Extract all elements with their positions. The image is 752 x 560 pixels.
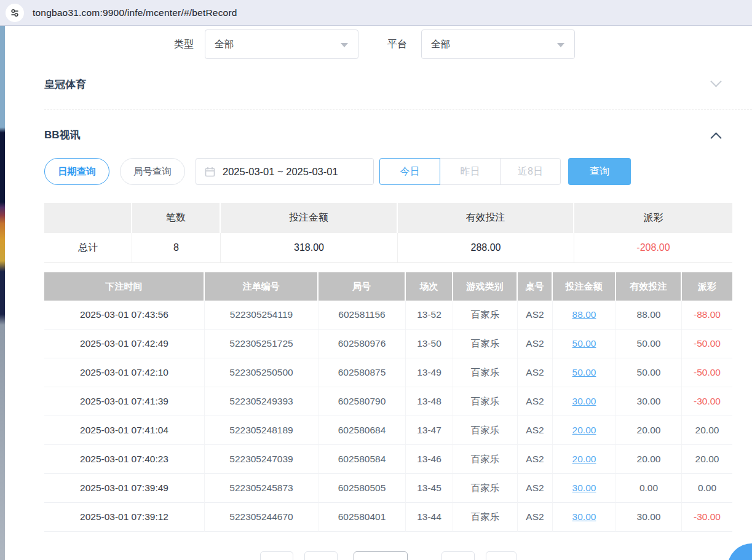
table-row: 2025-03-01 07:42:49 522305251725 6025809…: [44, 329, 732, 358]
table-row: 2025-03-01 07:39:12 522305244670 6025804…: [44, 503, 732, 532]
cell-session: 13-50: [406, 329, 453, 358]
bet-table-header-row: 下注时间 注单编号 局号 场次 游戏类别 桌号 投注金额 有效投注 派彩: [44, 272, 732, 301]
cell-game-type: 百家乐: [453, 503, 518, 532]
quick-range-group: 今日 昨日 近8日: [379, 158, 561, 185]
summary-total-row: 总计 8 318.00 288.00 -208.00: [44, 233, 732, 263]
search-button[interactable]: 查询: [568, 158, 631, 185]
cell-slip-number: 522305250500: [205, 358, 319, 387]
pagination-button[interactable]: [260, 551, 293, 560]
header-bet-amount: 投注金额: [553, 272, 616, 301]
bet-amount-link[interactable]: 50.00: [572, 338, 596, 349]
cell-payout: -30.00: [682, 503, 732, 532]
url-text[interactable]: tongbao31.com:9900/infe/mcenter/#/betRec…: [33, 7, 237, 18]
bet-record-page: 类型 全部 平台 全部 皇冠体育 BB视讯 日期查询 局号查询: [5, 26, 752, 560]
cell-round-number: 602580505: [319, 474, 406, 503]
cell-game-type: 百家乐: [453, 387, 518, 416]
cell-table-number: AS2: [518, 301, 553, 329]
summary-header-row: 笔数 投注金额 有效投注 派彩: [44, 203, 732, 233]
bet-amount-link[interactable]: 30.00: [572, 396, 596, 407]
pagination-button[interactable]: [486, 551, 517, 560]
quick-range-today[interactable]: 今日: [379, 158, 440, 185]
cell-slip-number: 522305244670: [205, 503, 319, 532]
summary-total-label: 总计: [44, 233, 132, 263]
bet-amount-link[interactable]: 30.00: [572, 511, 596, 523]
cell-bet-amount: 30.00: [553, 503, 616, 532]
cell-payout: 0.00: [682, 474, 732, 503]
cell-round-number: 602580401: [319, 503, 406, 532]
cell-table-number: AS2: [518, 445, 553, 474]
cell-payout: -50.00: [682, 329, 732, 358]
cell-bet-time: 2025-03-01 07:39:49: [44, 474, 205, 503]
date-query-button[interactable]: 日期查询: [44, 158, 109, 185]
platform-filter-label: 平台: [387, 30, 407, 59]
table-row: 2025-03-01 07:43:56 522305254119 6025811…: [44, 301, 732, 329]
table-row: 2025-03-01 07:42:10 522305250500 6025808…: [44, 358, 732, 387]
summary-header-payout: 派彩: [574, 203, 732, 233]
pagination-page-size-select[interactable]: [354, 551, 408, 560]
bet-amount-link[interactable]: 30.00: [572, 483, 596, 494]
pagination-button[interactable]: [441, 551, 475, 560]
cell-session: 13-52: [406, 301, 453, 329]
type-select-value: 全部: [215, 38, 234, 51]
filter-row: 类型 全部 平台 全部: [5, 30, 752, 59]
header-slip-number: 注单编号: [205, 272, 319, 301]
header-bet-time: 下注时间: [44, 272, 205, 301]
table-row: 2025-03-01 07:39:49 522305245873 6025805…: [44, 474, 732, 503]
cell-bet-time: 2025-03-01 07:42:10: [44, 358, 205, 387]
bet-amount-link[interactable]: 88.00: [572, 309, 596, 320]
cell-table-number: AS2: [518, 416, 553, 445]
bet-amount-link[interactable]: 20.00: [572, 425, 596, 436]
cell-game-type: 百家乐: [453, 445, 518, 474]
cell-slip-number: 522305247039: [205, 445, 319, 474]
cell-session: 13-47: [406, 416, 453, 445]
cell-slip-number: 522305251725: [205, 329, 319, 358]
cell-session: 13-45: [406, 474, 453, 503]
cell-game-type: 百家乐: [453, 301, 518, 329]
cell-valid-bet: 0.00: [616, 474, 682, 503]
cell-valid-bet: 50.00: [616, 329, 682, 358]
site-settings-icon[interactable]: [6, 4, 24, 22]
date-range-input[interactable]: 2025-03-01 ~ 2025-03-01: [196, 158, 374, 185]
cell-payout: -88.00: [682, 301, 732, 329]
header-valid-bet: 有效投注: [616, 272, 682, 301]
section-bb-casino[interactable]: BB视讯: [44, 123, 737, 148]
bet-records-table: 下注时间 注单编号 局号 场次 游戏类别 桌号 投注金额 有效投注 派彩 202…: [44, 272, 732, 532]
cell-bet-time: 2025-03-01 07:42:49: [44, 329, 205, 358]
cell-game-type: 百家乐: [453, 416, 518, 445]
quick-range-last-8-days[interactable]: 近8日: [500, 158, 561, 185]
quick-range-yesterday[interactable]: 昨日: [440, 158, 501, 185]
cell-round-number: 602580584: [319, 445, 406, 474]
section-crown-sports[interactable]: 皇冠体育: [44, 73, 737, 97]
summary-table: 笔数 投注金额 有效投注 派彩 总计 8 318.00 288.00 -208.…: [44, 203, 732, 263]
pagination: [5, 551, 752, 560]
cell-payout: 20.00: [682, 416, 732, 445]
cell-round-number: 602580684: [319, 416, 406, 445]
round-query-button[interactable]: 局号查询: [120, 158, 185, 185]
cell-table-number: AS2: [518, 503, 553, 532]
background-page-sliver: [0, 26, 5, 560]
platform-select[interactable]: 全部: [421, 30, 575, 59]
cell-valid-bet: 20.00: [616, 416, 682, 445]
summary-total-payout: -208.00: [574, 233, 732, 263]
pagination-button[interactable]: [304, 551, 338, 560]
cell-bet-time: 2025-03-01 07:39:12: [44, 503, 205, 532]
date-range-value: 2025-03-01 ~ 2025-03-01: [223, 166, 338, 178]
table-row: 2025-03-01 07:41:39 522305249393 6025807…: [44, 387, 732, 416]
cell-valid-bet: 88.00: [616, 301, 682, 329]
type-filter-label: 类型: [174, 30, 194, 59]
browser-address-bar[interactable]: tongbao31.com:9900/infe/mcenter/#/betRec…: [0, 0, 752, 26]
bet-amount-link[interactable]: 50.00: [572, 367, 596, 378]
summary-header-blank: [44, 203, 132, 233]
cell-payout: -30.00: [682, 387, 732, 416]
cell-valid-bet: 20.00: [616, 445, 682, 474]
platform-select-value: 全部: [431, 38, 450, 51]
cell-session: 13-44: [406, 503, 453, 532]
cell-bet-amount: 20.00: [553, 445, 616, 474]
type-select[interactable]: 全部: [205, 30, 358, 59]
cell-table-number: AS2: [518, 387, 553, 416]
header-payout: 派彩: [682, 272, 732, 301]
section-divider: [44, 109, 752, 109]
bet-amount-link[interactable]: 20.00: [572, 454, 596, 465]
cell-bet-time: 2025-03-01 07:40:23: [44, 445, 205, 474]
cell-game-type: 百家乐: [453, 474, 518, 503]
